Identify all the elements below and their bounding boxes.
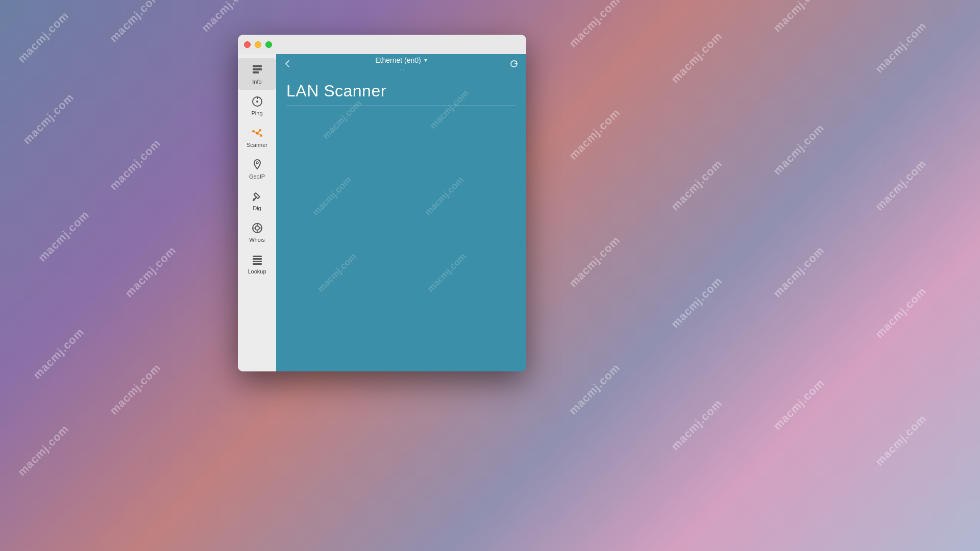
svg-rect-24 xyxy=(253,263,262,265)
svg-line-11 xyxy=(257,130,260,133)
toolbar-dots: ... xyxy=(397,65,405,72)
sidebar-item-scanner[interactable]: Scanner xyxy=(238,121,276,153)
close-button[interactable] xyxy=(244,41,251,48)
ping-icon xyxy=(251,95,264,108)
svg-point-4 xyxy=(256,101,258,103)
dig-icon xyxy=(251,190,264,203)
content-watermark: macmj.com xyxy=(315,251,359,294)
whois-icon xyxy=(251,221,264,235)
geoip-icon xyxy=(251,158,264,171)
sidebar-label-dig: Dig xyxy=(253,205,261,211)
chevron-down-icon: ▾ xyxy=(424,57,427,64)
content-watermark: macmj.com xyxy=(310,174,354,218)
content-area: Ethernet (en0) ▾ ... LAN Scanner xyxy=(276,54,526,371)
window-body: Info Ping xyxy=(238,54,526,371)
svg-rect-2 xyxy=(253,71,259,73)
svg-point-7 xyxy=(252,130,255,133)
svg-rect-14 xyxy=(254,193,259,198)
sidebar-item-dig[interactable]: Dig xyxy=(238,185,276,216)
titlebar xyxy=(238,35,526,54)
content-watermark: macmj.com xyxy=(425,251,469,294)
content-watermark: macmj.com xyxy=(321,98,364,141)
content-watermarks: macmj.com macmj.com macmj.com macmj.com … xyxy=(276,73,526,371)
traffic-lights xyxy=(244,41,272,48)
lookup-icon xyxy=(251,253,264,266)
sidebar-label-info: Info xyxy=(252,79,261,85)
svg-point-16 xyxy=(255,226,259,230)
network-selector[interactable]: Ethernet (en0) ▾ xyxy=(375,56,427,64)
sidebar-label-lookup: Lookup xyxy=(248,268,266,274)
toolbar-title-group: Ethernet (en0) ▾ ... xyxy=(375,56,427,72)
svg-rect-0 xyxy=(253,65,262,67)
scanner-title: LAN Scanner xyxy=(286,82,386,101)
sidebar-label-geoip: GeoIP xyxy=(249,173,265,180)
sidebar-item-whois[interactable]: Whois xyxy=(238,216,276,248)
sidebar-label-whois: Whois xyxy=(249,237,265,243)
sidebar: Info Ping xyxy=(238,54,276,371)
back-button[interactable] xyxy=(282,58,295,70)
refresh-button[interactable] xyxy=(508,58,520,70)
scanner-divider xyxy=(286,106,516,106)
svg-point-13 xyxy=(256,162,258,164)
svg-rect-23 xyxy=(253,261,262,262)
sidebar-item-geoip[interactable]: GeoIP xyxy=(238,153,276,185)
app-window: Info Ping xyxy=(238,35,526,371)
maximize-button[interactable] xyxy=(265,41,272,48)
sidebar-label-ping: Ping xyxy=(251,110,262,116)
sidebar-label-scanner: Scanner xyxy=(247,142,267,148)
scanner-icon xyxy=(251,127,264,140)
info-icon xyxy=(251,63,264,77)
sidebar-item-lookup[interactable]: Lookup xyxy=(238,248,276,280)
content-watermark: macmj.com xyxy=(423,174,466,218)
sidebar-item-ping[interactable]: Ping xyxy=(238,90,276,121)
content-toolbar: Ethernet (en0) ▾ ... xyxy=(276,54,526,73)
scanner-content: LAN Scanner macmj.com macmj.com macmj.co… xyxy=(276,73,526,371)
minimize-button[interactable] xyxy=(255,41,261,48)
network-label: Ethernet (en0) xyxy=(375,56,421,64)
scanner-title-row: LAN Scanner xyxy=(286,82,516,101)
svg-rect-22 xyxy=(253,258,262,260)
svg-rect-21 xyxy=(253,256,262,257)
sidebar-item-info[interactable]: Info xyxy=(238,58,276,90)
svg-rect-1 xyxy=(253,68,262,70)
